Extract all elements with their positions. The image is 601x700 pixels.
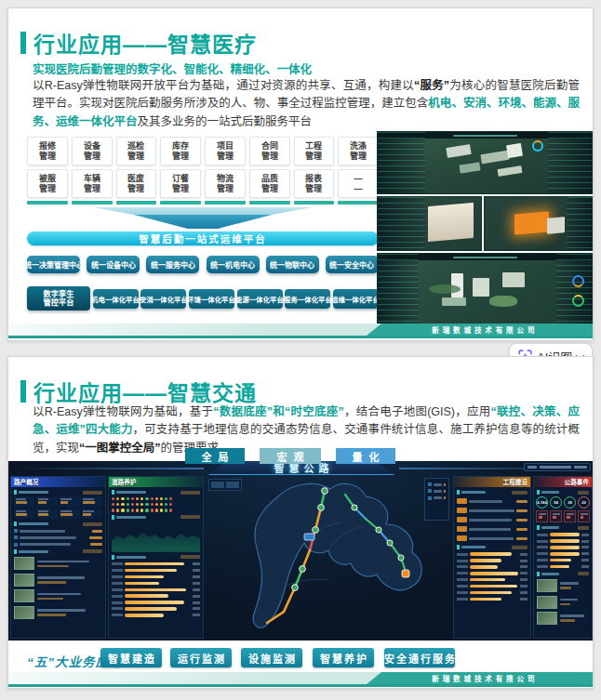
platform-bar: 智慧后勤一站式运维平台	[27, 231, 379, 245]
title-accent-bar	[20, 380, 26, 403]
stat-circle: 4,184	[536, 496, 548, 508]
construction-progress-bars	[454, 552, 530, 601]
module-cell: 巡检 管理	[116, 137, 157, 165]
slide-title: 行业应用——智慧交通	[33, 376, 257, 407]
module-cell: 设备 管理	[72, 137, 113, 165]
map-layer-chip	[208, 479, 242, 491]
document-viewer-page: { "viewer": { "ai_button": { "label": "A…	[0, 0, 601, 700]
module-cell: 项目 管理	[205, 137, 246, 165]
map-layer-control	[424, 478, 449, 521]
module-cell: 洗涤 管理	[338, 137, 379, 165]
platform-pill: 能源一体化平台	[237, 289, 283, 309]
traffic-map	[206, 476, 451, 639]
panel-title: 道路养护	[112, 478, 136, 487]
module-cell: 报修 管理	[27, 137, 68, 165]
panel-title: 路产概况	[14, 478, 38, 487]
road-camera-events	[11, 557, 105, 619]
module-cell: 品质 管理	[249, 169, 290, 198]
hospital-screenshot-alert-building	[484, 196, 594, 251]
stat-circle: 28	[564, 496, 576, 508]
construction-project-list	[454, 498, 530, 541]
business-button-construction: 智慧建造	[100, 648, 162, 667]
hospital-screenshot-campus	[377, 253, 594, 324]
panel-events: 公路事件 4,184 94 28 22	[533, 476, 593, 639]
panel-maintenance: 道路养护	[108, 476, 204, 639]
business-button-maintenance: 智慧养护	[313, 648, 374, 667]
road-asset-list	[11, 529, 105, 546]
title-accent-bar	[20, 32, 26, 54]
platform-pill: 环境一体化平台	[189, 289, 234, 309]
hospital-screenshot-aerial	[377, 131, 594, 194]
module-cell: 工程 管理	[294, 137, 335, 165]
road-condition-rows	[109, 497, 203, 512]
platform-pills-row: 数字孪生 管控平台 机电一体化平台 安消一体化平台 环境一体化平台 能源一体化平…	[27, 286, 379, 310]
slide-subtitle: 实现医院后勤管理的数字化、智能化、精细化、一体化	[33, 59, 312, 77]
platform-pill: 运维一体化平台	[333, 289, 379, 309]
center-pill: 统一服务中心	[146, 256, 199, 273]
module-cell: 物流 管理	[205, 169, 246, 198]
view-button-quantify: 量化	[336, 448, 395, 464]
center-pill: 统一安全中心	[326, 256, 379, 273]
view-button-global: 全局	[185, 448, 245, 464]
module-grid-row1: 报修 管理 设备 管理 巡检 管理 库存 管理 项目 管理 合同 管理 工程 管…	[27, 137, 379, 165]
region-map	[206, 476, 451, 639]
slide-smart-transport: 行业应用——智慧交通 以R-Easy弹性物联网为基础，基于“数据底座”和“时空底…	[7, 356, 594, 689]
module-cell: 医废 管理	[116, 169, 157, 198]
module-cell: 被服 管理	[27, 169, 68, 198]
event-stat-circles: 4,184 94 28 22	[535, 496, 591, 508]
slide-title: 行业应用——智慧医疗	[33, 27, 257, 59]
funnel-shape-inner	[134, 215, 272, 229]
funnel-shape-outer	[93, 207, 313, 216]
event-photo-list	[534, 579, 592, 625]
center-pill: 统一机电中心	[207, 256, 260, 273]
platform-pill: 服务一体化平台	[285, 289, 330, 309]
panel-construction: 工程建设	[453, 476, 531, 639]
hospital-architecture-diagram: 报修 管理 设备 管理 巡检 管理 库存 管理 项目 管理 合同 管理 工程 管…	[27, 137, 379, 310]
unified-centers-row: 统一决策管理中心 统一设备中心 统一服务中心 统一机电中心 统一物联中心 统一安…	[27, 256, 379, 273]
panel-title: 工程建设	[503, 478, 528, 487]
company-ribbon: 新瑞数城技术有限公司	[367, 672, 593, 684]
company-name: 新瑞数城技术有限公司	[421, 673, 538, 683]
footer-line	[8, 336, 593, 338]
footer-line	[8, 684, 593, 687]
module-cell: 车辆 管理	[72, 169, 113, 198]
stat-circle: 22	[578, 496, 590, 508]
platform-pill: 安消一体化平台	[140, 289, 186, 309]
business-button-operation: 运行监测	[170, 648, 232, 667]
platform-pill: 数字孪生 管控平台	[27, 286, 90, 310]
module-grid-row2: 被服 管理 车辆 管理 医废 管理 订餐 管理 物流 管理 品质 管理 报表 管…	[27, 169, 379, 198]
event-analysis-bars	[534, 533, 592, 568]
event-stat-boxes	[536, 510, 590, 522]
module-cell: 合同 管理	[249, 137, 290, 165]
module-cell: 库存 管理	[160, 137, 201, 165]
module-cell: — —	[338, 169, 379, 198]
center-pill: 统一设备中心	[87, 256, 140, 273]
view-button-macro: 宏观	[260, 448, 321, 464]
hospital-screenshot-building	[377, 196, 482, 251]
body-paragraph: 以R-Easy弹性物联网开放平台为基础，通过对资源的共享、互通，构建以“服务”为…	[33, 77, 580, 131]
maintenance-trend-chart	[112, 522, 200, 552]
header-decor-left	[13, 468, 204, 469]
module-underlines	[27, 201, 379, 205]
slide-smart-healthcare: 行业应用——智慧医疗 实现医院后勤管理的数字化、智能化、精细化、一体化 以R-E…	[7, 7, 594, 341]
panel-road-assets: 路产概况	[10, 476, 106, 639]
stat-circle: 94	[550, 496, 562, 508]
maintenance-bars	[109, 562, 203, 617]
business-button-safety: 安全通行服务	[384, 648, 455, 667]
module-cell: 报表 管理	[294, 169, 335, 198]
center-pill: 统一物联中心	[266, 256, 319, 273]
road-asset-stats	[14, 496, 102, 519]
slide-title-block: 行业应用——智慧交通	[20, 376, 257, 407]
dashboard-clock	[524, 463, 591, 471]
center-pill: 统一决策管理中心	[27, 256, 80, 273]
slide-title-block: 行业应用——智慧医疗	[20, 27, 257, 59]
platform-pill: 机电一体化平台	[93, 289, 139, 309]
hospital-dashboard-screenshots	[377, 131, 594, 324]
business-button-facility: 设施监测	[241, 648, 302, 667]
company-ribbon: 新瑞数城技术有限公司	[367, 324, 593, 336]
company-name: 新瑞数城技术有限公司	[421, 324, 538, 335]
module-cell: 订餐 管理	[160, 169, 201, 198]
traffic-dashboard: 智慧公路 路产概况 道路养护	[8, 461, 594, 641]
panel-title: 公路事件	[565, 478, 589, 487]
